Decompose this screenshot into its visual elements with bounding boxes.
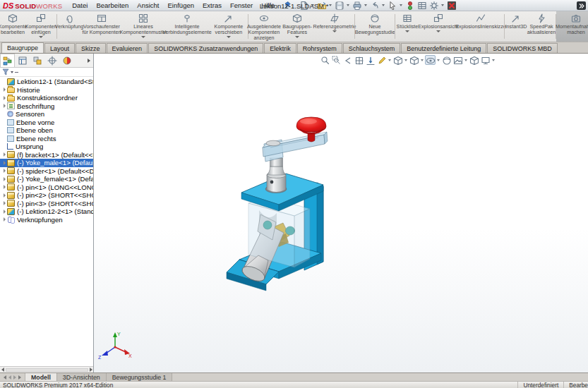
tab-featuremanager-tree[interactable] — [0, 54, 15, 67]
tree-item-pin1[interactable]: (-) pin<1> (LONG<<LONG>_Display S — [0, 183, 93, 192]
options-gear-icon[interactable] — [428, 1, 438, 10]
tab-benutzerdefinierte-leitung[interactable]: Benutzerdefinierte Leitung — [401, 43, 486, 53]
expand-titlebar-icon[interactable] — [577, 1, 586, 10]
tree-item-ebene-oben[interactable]: Ebene oben — [0, 126, 93, 135]
tree-horizontal-scrollbar[interactable] — [0, 366, 94, 372]
caret-down-icon[interactable] — [141, 36, 145, 38]
tab-skizze[interactable]: Skizze — [76, 43, 106, 53]
next-tab-icon[interactable] — [13, 375, 16, 380]
rebuild-icon[interactable] — [404, 1, 414, 10]
tree-item-ursprung[interactable]: Ursprung — [0, 143, 93, 151]
caret-down-icon[interactable] — [404, 59, 407, 61]
tab-dimxpertmanager[interactable] — [44, 54, 59, 67]
ribbon-komponente-verschieben[interactable]: Komponente verschieben — [210, 11, 248, 42]
tree-item-sensoren[interactable]: Sensoren — [0, 110, 93, 119]
previous-view-icon[interactable] — [342, 55, 353, 65]
tab-layout[interactable]: Layout — [44, 43, 75, 53]
caret-down-icon[interactable] — [421, 59, 424, 61]
panel-expand-chevron-icon[interactable] — [85, 54, 93, 67]
menu-extras[interactable]: Extras — [198, 1, 226, 10]
scrollbar-track[interactable] — [6, 368, 88, 372]
tab-elektrik[interactable]: Elektrik — [264, 43, 296, 53]
tree-item-konstruktionsordner[interactable]: Konstruktionsordner — [0, 94, 93, 102]
hide-show-items-icon[interactable] — [425, 55, 436, 65]
menu-bearbeiten[interactable]: Bearbeiten — [92, 1, 133, 10]
caret-down-icon[interactable] — [436, 30, 440, 32]
print-icon[interactable] — [352, 1, 361, 10]
apply-scene-icon[interactable] — [452, 55, 463, 65]
expand-arrow-icon[interactable] — [1, 104, 7, 108]
caret-down-icon[interactable] — [388, 59, 391, 61]
tab-solidworks-mbd[interactable]: SOLIDWORKS MBD — [487, 43, 558, 53]
caret-down-icon[interactable] — [227, 36, 231, 38]
tab-nav-buttons[interactable] — [0, 373, 25, 381]
edit-appearance-icon[interactable] — [441, 55, 452, 65]
ribbon-lineares-komponentenmuster[interactable]: Lineares Komponentenmuster — [122, 11, 164, 42]
close-red-x-icon[interactable] — [446, 1, 456, 10]
tab-displaymanager[interactable] — [59, 54, 74, 67]
ribbon-referenzgeometrie[interactable]: Referenzgeometrie — [315, 11, 354, 42]
graphics-viewport[interactable]: Y X Z — [94, 54, 588, 372]
last-tab-icon[interactable] — [18, 375, 21, 380]
menu-datei[interactable]: Datei — [68, 1, 92, 10]
tab-configurationmanager[interactable] — [30, 54, 44, 67]
expand-arrow-icon[interactable] — [1, 177, 7, 181]
expand-arrow-icon[interactable] — [1, 87, 7, 92]
expand-arrow-icon[interactable] — [1, 201, 7, 205]
filter-caret-icon[interactable] — [11, 71, 13, 73]
tab-rohrsystem[interactable]: Rohrsystem — [297, 43, 342, 53]
zoom-to-area-icon[interactable] — [331, 55, 342, 65]
ribbon-momentaufnahme[interactable]: Momentaufnahme machen — [556, 11, 588, 42]
scroll-right-icon[interactable] — [90, 368, 92, 372]
ribbon-explosionsansicht[interactable]: Explosionsansicht — [419, 11, 457, 42]
ribbon-intelligente-verbindungselemente[interactable]: Intelligente Verbindungselemente — [164, 11, 210, 42]
caret-down-icon[interactable] — [464, 59, 467, 61]
open-file-caret-icon[interactable] — [329, 4, 332, 6]
view-orientation-icon[interactable] — [392, 55, 403, 65]
tree-item-pin3[interactable]: (-) pin<3> (SHORT<<SHORT>_Displa — [0, 200, 93, 208]
tree-item-yoke-female[interactable]: (-) Yoke_female<1> (Default<<Defaul — [0, 175, 93, 183]
tab-baugruppe[interactable]: Baugruppe — [1, 42, 44, 53]
prev-tab-icon[interactable] — [8, 375, 11, 380]
options-caret-icon[interactable] — [441, 4, 444, 6]
expand-arrow-icon[interactable] — [1, 169, 7, 173]
tree-item-pin2[interactable]: (-) pin<2> (SHORT<<SHORT>_Displa — [0, 191, 93, 200]
ribbon-baugruppen-features[interactable]: Baugruppen-Features — [280, 11, 315, 42]
tab-propertymanager[interactable] — [15, 54, 30, 67]
menu-einfuegen[interactable]: Einfügen — [164, 1, 199, 10]
expand-arrow-icon[interactable] — [1, 185, 7, 189]
tree-item-spider[interactable]: (-) spider<1> (Default<<Default>_Dis — [0, 167, 93, 176]
expand-arrow-icon[interactable] — [1, 96, 7, 100]
select-cursor-icon[interactable] — [387, 1, 397, 10]
caret-down-icon[interactable] — [332, 30, 337, 32]
undo-icon[interactable] — [369, 1, 379, 10]
expand-arrow-icon[interactable] — [1, 161, 7, 165]
caret-down-icon[interactable] — [295, 36, 299, 38]
ribbon-speedpak[interactable]: SpeedPak aktualisieren — [527, 11, 556, 42]
tree-item-verknuepfungen[interactable]: Verknüpfungen — [0, 216, 93, 224]
tree-item-beschriftung[interactable]: Beschriftung — [0, 102, 93, 111]
zoom-to-fit-icon[interactable] — [320, 55, 330, 65]
print-caret-icon[interactable] — [364, 4, 367, 6]
ribbon-komponenten-einfuegen[interactable]: Komponenten einfügen — [25, 11, 56, 42]
expand-arrow-icon[interactable] — [1, 210, 7, 214]
tab-bewegungsstudie-1[interactable]: Bewegungsstudie 1 — [107, 373, 173, 381]
first-tab-icon[interactable] — [4, 375, 6, 380]
expand-arrow-icon[interactable] — [1, 152, 7, 157]
caret-down-icon[interactable] — [39, 36, 43, 38]
tab-schlauchsystem[interactable]: Schlauchsystem — [343, 43, 401, 53]
menu-ansicht[interactable]: Ansicht — [133, 1, 163, 10]
ribbon-stueckliste[interactable]: Stückliste — [395, 11, 419, 42]
select-caret-icon[interactable] — [400, 4, 402, 6]
tree-item-ebene-vorne[interactable]: Ebene vorne — [0, 119, 93, 127]
save-caret-icon[interactable] — [347, 4, 349, 6]
model-shaft[interactable] — [267, 158, 286, 193]
undo-caret-icon[interactable] — [382, 4, 385, 6]
ribbon-explosionslinienskizze[interactable]: Explosionslinienskizze — [457, 11, 504, 42]
tree-item-historie[interactable]: Historie — [0, 86, 93, 95]
ribbon-vorschaufenster[interactable]: Vorschaufenster für Komponenten — [81, 11, 122, 42]
expand-arrow-icon[interactable] — [1, 193, 7, 198]
ribbon-komponente-bearbeiten[interactable]: Komponente bearbeiten — [0, 11, 25, 42]
file-properties-icon[interactable] — [416, 1, 426, 10]
expand-arrow-icon[interactable] — [1, 217, 7, 222]
